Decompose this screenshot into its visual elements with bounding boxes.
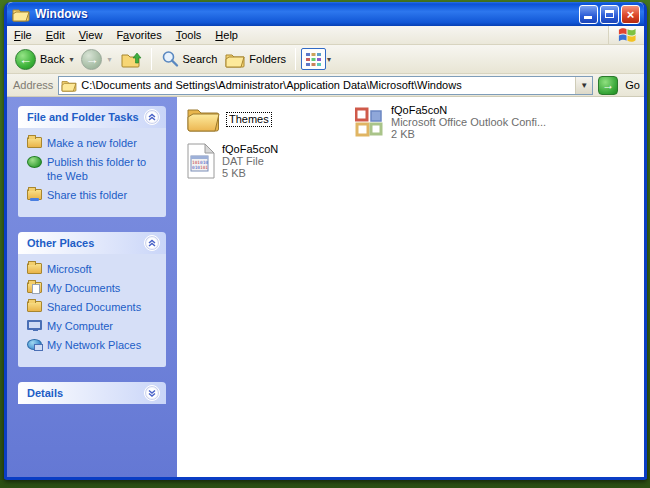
file-list[interactable]: Themes fQoFa5coN Microsoft Office Outloo…	[177, 97, 644, 477]
window-title: Windows	[35, 7, 579, 21]
desktop: Windows × FileEditViewFavoritesToolsHelp	[0, 0, 650, 488]
menu-item-tools[interactable]: Tools	[169, 29, 209, 41]
go-label: Go	[625, 79, 640, 91]
menu-item-favorites[interactable]: Favorites	[109, 29, 168, 41]
shared-documents-icon	[27, 301, 42, 312]
panel-other-places: Other Places Microsoft My Documents Shar…	[18, 232, 166, 367]
folder-icon	[12, 7, 30, 22]
panel-header-other-places[interactable]: Other Places	[18, 232, 166, 254]
network-places-icon	[27, 339, 42, 350]
forward-button[interactable]: → ▾	[77, 47, 115, 72]
sidebar-item-my-computer[interactable]: My Computer	[27, 319, 162, 333]
sidebar-item-share-this-folder[interactable]: Share this folder	[27, 188, 162, 202]
views-dropdown-icon[interactable]: ▾	[327, 55, 331, 64]
chevron-up-icon[interactable]	[144, 109, 160, 125]
go-arrow-icon: →	[602, 78, 614, 92]
sidebar-item-shared-documents[interactable]: Shared Documents	[27, 300, 162, 314]
search-label: Search	[183, 53, 218, 65]
folders-icon	[225, 51, 245, 68]
back-button[interactable]: ← Back ▾	[11, 47, 77, 72]
toolbar: ← Back ▾ → ▾ Search	[7, 45, 644, 74]
folder-icon	[27, 263, 42, 274]
menu-item-view[interactable]: View	[72, 29, 110, 41]
address-bar: Address C:\Documents and Settings\Admini…	[7, 74, 644, 97]
file-size: 5 KB	[222, 167, 278, 179]
sidebar-item-make-a-new-folder[interactable]: Make a new folder	[27, 136, 162, 150]
close-icon: ×	[627, 8, 635, 21]
file-tile-dat[interactable]: 101010 010101 fQoFa5coN DAT File 5 KB	[186, 143, 278, 179]
my-documents-icon	[27, 282, 42, 293]
address-path: C:\Documents and Settings\Administrator\…	[81, 79, 575, 91]
up-button[interactable]	[116, 47, 146, 71]
file-tile-office-config[interactable]: fQoFa5coN Microsoft Office Outlook Confi…	[355, 104, 546, 140]
folders-label: Folders	[249, 53, 286, 65]
panel-header-details[interactable]: Details	[18, 382, 166, 404]
file-name: fQoFa5coN	[222, 143, 278, 155]
folder-icon	[61, 79, 77, 92]
search-icon	[161, 50, 179, 68]
back-dropdown-icon[interactable]: ▾	[69, 55, 73, 64]
maximize-icon	[605, 10, 614, 18]
windows-logo-icon	[608, 26, 644, 44]
chevron-down-icon[interactable]	[144, 385, 160, 401]
file-type: Microsoft Office Outlook Confi...	[391, 116, 546, 128]
forward-dropdown-icon: ▾	[107, 55, 111, 64]
share-folder-icon	[27, 189, 42, 200]
maximize-button[interactable]	[600, 5, 619, 24]
minimize-button[interactable]	[579, 5, 598, 24]
up-folder-icon	[120, 49, 142, 69]
office-icon	[355, 107, 385, 137]
publish-web-icon	[27, 156, 42, 168]
folders-button[interactable]: Folders	[221, 49, 290, 70]
views-grid-icon	[306, 53, 321, 66]
panel-file-and-folder-tasks: File and Folder Tasks Make a new folder …	[18, 106, 166, 217]
file-name: fQoFa5coN	[391, 104, 546, 116]
panel-title: Details	[27, 387, 63, 399]
sidebar-item-microsoft[interactable]: Microsoft	[27, 262, 162, 276]
file-tile-themes[interactable]: Themes	[186, 105, 272, 133]
close-button[interactable]: ×	[621, 5, 640, 24]
my-computer-icon	[27, 320, 42, 330]
panel-title: File and Folder Tasks	[27, 111, 139, 123]
toolbar-separator	[295, 48, 296, 70]
sidebar: File and Folder Tasks Make a new folder …	[7, 97, 177, 477]
sidebar-item-my-documents[interactable]: My Documents	[27, 281, 162, 295]
svg-text:101: 101	[200, 165, 208, 170]
chevron-up-icon[interactable]	[144, 235, 160, 251]
new-folder-icon	[27, 137, 42, 148]
search-button[interactable]: Search	[157, 48, 222, 70]
views-button[interactable]	[301, 48, 326, 70]
menu-item-file[interactable]: File	[7, 29, 39, 41]
explorer-window: Windows × FileEditViewFavoritesToolsHelp	[4, 2, 647, 480]
file-size: 2 KB	[391, 128, 546, 140]
menubar: FileEditViewFavoritesToolsHelp	[7, 26, 644, 45]
panel-header-file-and-folder-tasks[interactable]: File and Folder Tasks	[18, 106, 166, 128]
panel-title: Other Places	[27, 237, 94, 249]
menu-item-edit[interactable]: Edit	[39, 29, 72, 41]
back-icon: ←	[15, 49, 36, 70]
titlebar[interactable]: Windows ×	[7, 2, 644, 26]
address-input[interactable]: C:\Documents and Settings\Administrator\…	[58, 76, 593, 95]
menu-item-help[interactable]: Help	[208, 29, 245, 41]
back-label: Back	[40, 53, 64, 65]
folder-icon	[186, 105, 220, 133]
address-label: Address	[13, 79, 53, 91]
dat-file-icon: 101010 010101	[186, 143, 216, 179]
file-type: DAT File	[222, 155, 278, 167]
panel-details: Details	[18, 382, 166, 404]
file-name: Themes	[226, 112, 272, 127]
go-button[interactable]: →	[598, 76, 618, 95]
sidebar-item-publish-this-folder-to-the-web[interactable]: Publish this folder to the Web	[27, 155, 162, 183]
address-dropdown-button[interactable]: ▼	[575, 77, 592, 94]
minimize-icon	[584, 16, 592, 19]
toolbar-separator	[151, 48, 152, 70]
forward-icon: →	[81, 49, 102, 70]
sidebar-item-my-network-places[interactable]: My Network Places	[27, 338, 162, 352]
